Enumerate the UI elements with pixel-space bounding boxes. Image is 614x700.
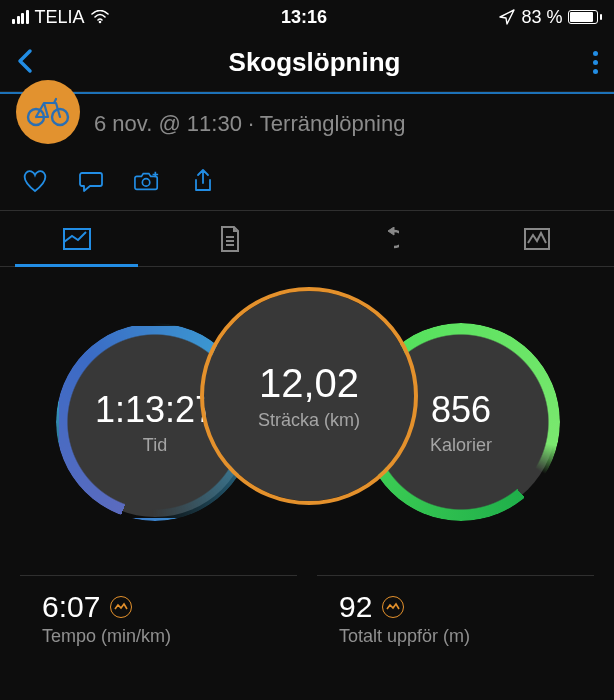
- spark-icon: [382, 596, 404, 618]
- tab-laps[interactable]: [307, 211, 461, 266]
- ascent-value: 92: [339, 590, 372, 624]
- spark-icon: [110, 596, 132, 618]
- wifi-icon: [91, 10, 109, 24]
- page-title: Skogslöpning: [229, 47, 401, 78]
- status-time: 13:16: [281, 7, 327, 28]
- pace-value: 6:07: [42, 590, 100, 624]
- back-button[interactable]: [16, 47, 36, 79]
- tab-map[interactable]: [0, 211, 154, 266]
- pace-label: Tempo (min/km): [42, 626, 275, 647]
- comment-button[interactable]: [78, 168, 104, 194]
- ascent-label: Totalt uppför (m): [339, 626, 572, 647]
- status-bar: TELIA 13:16 83 %: [0, 0, 614, 34]
- like-button[interactable]: [22, 168, 48, 194]
- stat-pace[interactable]: 6:07 Tempo (min/km): [20, 575, 297, 661]
- bike-icon: [26, 97, 70, 127]
- status-left: TELIA: [12, 7, 109, 28]
- more-button[interactable]: [593, 51, 598, 74]
- location-icon: [499, 9, 515, 25]
- activity-meta: 6 nov. @ 11:30 · Terränglöpning: [94, 111, 405, 137]
- summary-circles: 1:13:27 Tid 856 Kalorier 12,02 Sträcka (…: [0, 277, 614, 567]
- activity-header: 6 nov. @ 11:30 · Terränglöpning: [0, 94, 614, 164]
- tabs: [0, 211, 614, 267]
- status-right: 83 %: [499, 7, 602, 28]
- share-button[interactable]: [190, 168, 216, 194]
- tab-charts[interactable]: [461, 211, 615, 266]
- action-row: [0, 164, 614, 210]
- svg-point-0: [98, 21, 101, 24]
- camera-button[interactable]: [134, 168, 160, 194]
- carrier-label: TELIA: [35, 7, 85, 28]
- circle-distance: 12,02 Sträcka (km): [204, 291, 414, 501]
- stat-ascent[interactable]: 92 Totalt uppför (m): [317, 575, 594, 661]
- tab-details[interactable]: [154, 211, 308, 266]
- battery-icon: [568, 10, 602, 24]
- battery-percent: 83 %: [521, 7, 562, 28]
- signal-bars-icon: [12, 10, 29, 24]
- nav-bar: Skogslöpning: [0, 34, 614, 92]
- avatar[interactable]: [16, 80, 80, 144]
- stats-row: 6:07 Tempo (min/km) 92 Totalt uppför (m): [0, 575, 614, 661]
- svg-point-3: [142, 179, 149, 186]
